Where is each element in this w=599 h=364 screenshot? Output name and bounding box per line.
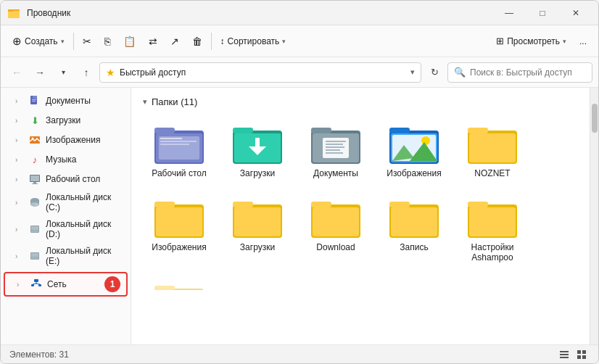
svg-rect-73 (389, 202, 410, 207)
folder-icon-images-blue (388, 122, 440, 165)
folder-item-downloads2[interactable]: Загрузки (221, 190, 294, 268)
disk-d-icon (28, 223, 41, 236)
create-label: Создать (25, 36, 58, 46)
svg-rect-35 (160, 141, 197, 142)
folder-label-nastrojki: Настройки Ashampoo (462, 242, 523, 262)
path-text: Быстрый доступ (120, 67, 406, 78)
images-icon (28, 133, 41, 146)
svg-rect-65 (156, 207, 202, 236)
folders-grid: Рабочий стол (137, 116, 584, 296)
share-button[interactable]: ↗ (165, 30, 185, 53)
forward-button[interactable]: → (30, 62, 50, 83)
minimize-button[interactable]: — (492, 1, 526, 25)
desktop-icon (28, 173, 41, 186)
folder-item-images2[interactable]: Изображения (143, 190, 215, 268)
folder-item-partial[interactable] (143, 274, 215, 296)
view-buttons (556, 347, 590, 363)
folder-item-zapis[interactable]: Запись (378, 190, 450, 268)
svg-rect-7 (32, 101, 36, 102)
sidebar-item-disk-d[interactable]: › Локальный диск (D:) (4, 216, 128, 242)
expander-icon: › (15, 136, 24, 144)
folder-item-download-en[interactable]: Download (300, 190, 372, 268)
address-input[interactable]: ★ Быстрый доступ ▾ (99, 62, 421, 83)
cut-button[interactable]: ✂ (77, 30, 97, 53)
recent-button[interactable]: ▾ (53, 62, 73, 83)
sidebar: › Документы › ⬇ Загрузки › Изображения (1, 88, 131, 344)
paste-button[interactable]: 📋 (117, 30, 141, 53)
sidebar-item-documents[interactable]: › Документы (4, 91, 128, 110)
search-input[interactable] (470, 67, 586, 78)
folder-icon-download-en (310, 196, 362, 239)
sidebar-item-network[interactable]: › Сеть 1 (4, 272, 128, 297)
view-button[interactable]: ⊞ Просмотреть ▾ (490, 30, 572, 53)
folder-label-images2: Изображения (152, 242, 206, 252)
folder-label-zapis: Запись (400, 242, 428, 252)
svg-rect-70 (311, 202, 331, 207)
folder-item-desktop[interactable]: Рабочий стол (143, 116, 215, 184)
folder-icon-nastrojki (466, 196, 519, 239)
folder-label-documents-gray: Документы (313, 168, 358, 178)
folder-item-nastrojki[interactable]: Настройки Ashampoo (456, 190, 529, 268)
music-icon: ♪ (28, 153, 41, 166)
sidebar-item-downloads[interactable]: › ⬇ Загрузки (4, 111, 128, 130)
copy-button[interactable]: ⎘ (99, 30, 116, 53)
svg-rect-5 (33, 96, 37, 99)
refresh-button[interactable]: ↻ (424, 62, 445, 83)
expander-icon: › (15, 97, 24, 105)
maximize-button[interactable]: □ (526, 1, 559, 25)
svg-rect-87 (582, 355, 586, 359)
network-badge: 1 (104, 276, 120, 292)
folder-item-noznet[interactable]: NOZNET (456, 116, 529, 184)
sidebar-item-disk-e[interactable]: › Локальный диск (E:) (4, 243, 128, 269)
svg-rect-13 (30, 175, 39, 181)
sidebar-label-disk-d: Локальный диск (D:) (46, 219, 122, 239)
svg-rect-61 (468, 128, 488, 133)
documents-icon (28, 94, 41, 107)
downloads-icon: ⬇ (28, 114, 41, 127)
rename-icon: ⇄ (149, 36, 157, 47)
svg-rect-22 (31, 253, 38, 259)
grid-view-button[interactable] (574, 347, 590, 363)
delete-button[interactable]: 🗑 (186, 30, 208, 53)
toolbar: ⊕ Создать ▾ ✂ ⎘ 📋 ⇄ ↗ 🗑 ↕ Сортировать ▾ (1, 25, 598, 57)
svg-rect-38 (233, 128, 253, 133)
svg-rect-34 (160, 138, 182, 139)
folder-item-images-blue[interactable]: Изображения (378, 116, 450, 184)
sidebar-label-music: Музыка (46, 154, 122, 165)
toolbar-separator-1 (73, 33, 74, 50)
list-view-button[interactable] (556, 347, 572, 363)
close-button[interactable]: ✕ (559, 1, 592, 25)
sidebar-item-music[interactable]: › ♪ Музыка (4, 150, 128, 169)
sort-label: Сортировать (228, 36, 280, 46)
folder-item-downloads-teal[interactable]: Загрузки (221, 116, 294, 184)
svg-rect-33 (159, 136, 199, 160)
sidebar-item-images[interactable]: › Изображения (4, 131, 128, 149)
scrollbar-thumb[interactable] (592, 104, 598, 133)
expander-icon: › (17, 281, 25, 289)
sidebar-label-documents: Документы (46, 96, 122, 106)
main-area: › Документы › ⬇ Загрузки › Изображения (1, 88, 598, 344)
folder-item-documents-gray[interactable]: Документы (300, 116, 372, 184)
disk-c-icon (28, 196, 41, 209)
svg-line-28 (33, 284, 36, 284)
up-button[interactable]: ↑ (76, 62, 96, 83)
folder-icon-images2 (153, 196, 205, 239)
scrollbar[interactable] (590, 88, 598, 344)
rename-button[interactable]: ⇄ (143, 30, 163, 53)
collapse-icon[interactable]: ▾ (143, 97, 147, 107)
sidebar-item-desktop[interactable]: › Рабочий стол (4, 170, 128, 189)
disk-e-icon (28, 249, 41, 262)
create-arrow-icon: ▾ (61, 38, 65, 45)
status-text: Элементов: 31 (9, 349, 69, 360)
sort-button[interactable]: ↕ Сортировать ▾ (215, 30, 292, 53)
more-label: ... (579, 36, 587, 46)
copy-icon: ⎘ (104, 36, 110, 47)
svg-rect-11 (33, 182, 36, 183)
create-button[interactable]: ⊕ Создать ▾ (7, 30, 70, 53)
search-box[interactable]: 🔍 (447, 62, 592, 83)
more-button[interactable]: ... (574, 30, 592, 53)
sidebar-item-disk-c[interactable]: › Локальный диск (C:) (4, 189, 128, 215)
expander-icon: › (15, 156, 24, 164)
back-button[interactable]: ← (7, 62, 27, 83)
folder-label-download-en: Download (316, 242, 355, 252)
